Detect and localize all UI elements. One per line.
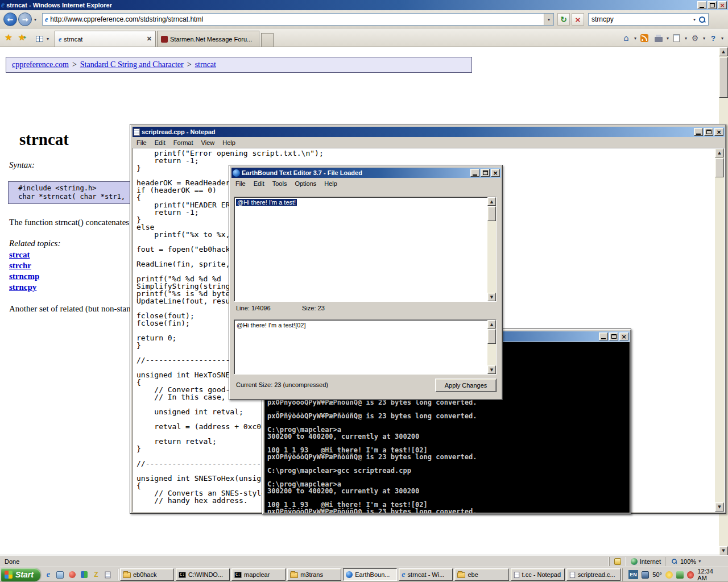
quicklaunch-media-icon[interactable]: [68, 570, 77, 579]
scrollbar-thumb[interactable]: [719, 57, 728, 98]
forward-button[interactable]: →: [18, 13, 32, 26]
taskbar-button-ebe[interactable]: ebe: [454, 568, 508, 581]
related-link-strchr[interactable]: strchr: [9, 261, 31, 271]
page-dropdown-icon[interactable]: ▾: [685, 36, 687, 41]
notepad-titlebar[interactable]: scriptread.cpp - Notepad ×: [133, 127, 725, 137]
breadcrumb-link-section[interactable]: Standard C String and Character: [80, 60, 184, 69]
tools-menu-button[interactable]: ⚙: [689, 32, 701, 44]
language-indicator[interactable]: EN: [628, 570, 639, 579]
menu-tools[interactable]: Tools: [268, 179, 291, 188]
zoom-dropdown-icon[interactable]: ▾: [698, 559, 701, 564]
scroll-up-icon[interactable]: ▲: [487, 197, 496, 206]
print-dropdown-icon[interactable]: ▾: [667, 36, 669, 41]
feeds-button[interactable]: [638, 32, 651, 44]
quicklaunch-desktop-icon[interactable]: [56, 570, 65, 579]
menu-help[interactable]: Help: [218, 138, 239, 147]
taskbar-button-ie-strncat[interactable]: e strncat - Wi...: [399, 568, 453, 581]
editor-preview-area[interactable]: @Hi there! I'm a test![02] ▲ ▼: [234, 319, 497, 375]
menu-edit[interactable]: Edit: [250, 179, 268, 188]
display-tray-icon[interactable]: [642, 571, 649, 579]
scroll-down-icon[interactable]: ▼: [719, 546, 728, 555]
scroll-down-icon[interactable]: ▼: [487, 293, 496, 301]
quicklaunch-zsnes-icon[interactable]: Z: [92, 570, 101, 579]
tab-strncat[interactable]: e strncat ✕: [55, 31, 156, 47]
ie-titlebar[interactable]: e strncat - Windows Internet Explorer ×: [0, 0, 728, 10]
related-link-strcat[interactable]: strcat: [9, 250, 30, 260]
scrollbar-thumb[interactable]: [715, 158, 724, 177]
close-button[interactable]: ×: [491, 169, 500, 177]
address-bar[interactable]: e http://www.cppreference.com/stdstring/…: [42, 13, 554, 26]
search-box[interactable]: strncpy ▾: [588, 13, 709, 26]
favorites-center-button[interactable]: ★: [2, 31, 15, 44]
quick-tabs-button[interactable]: [33, 32, 46, 45]
apply-changes-button[interactable]: Apply Changes: [435, 379, 497, 392]
menu-edit[interactable]: Edit: [151, 138, 169, 147]
page-menu-button[interactable]: [671, 32, 683, 44]
close-button[interactable]: ×: [718, 1, 727, 9]
maximize-button[interactable]: [708, 1, 717, 9]
close-button[interactable]: ×: [714, 128, 723, 136]
back-button[interactable]: ←: [3, 13, 17, 26]
menu-format[interactable]: Format: [169, 138, 197, 147]
quicklaunch-ie-icon[interactable]: e: [44, 570, 53, 579]
maximize-button[interactable]: [609, 332, 618, 340]
new-tab-stub[interactable]: [261, 33, 274, 47]
scroll-down-icon[interactable]: ▼: [715, 502, 724, 512]
antivirus-tray-icon[interactable]: [676, 571, 684, 579]
menu-file[interactable]: File: [231, 179, 250, 188]
breadcrumb-link-home[interactable]: cppreference.com: [12, 60, 69, 69]
breadcrumb-link-current[interactable]: strncat: [195, 60, 216, 69]
tab-close-icon[interactable]: ✕: [147, 35, 152, 43]
tools-dropdown-icon[interactable]: ▾: [703, 36, 705, 41]
taskbar-button-eb0hack[interactable]: eb0hack: [120, 568, 174, 581]
preview-scrollbar[interactable]: ▲ ▼: [487, 320, 496, 374]
menu-file[interactable]: File: [133, 138, 151, 147]
weather-tray-icon[interactable]: [665, 571, 673, 579]
taskbar-button-tcc-notepad[interactable]: t.cc - Notepad: [511, 568, 565, 581]
quicklaunch-editor-icon[interactable]: [104, 570, 113, 579]
zoom-pane[interactable]: 100% ▾: [665, 557, 728, 566]
editor-scrollbar[interactable]: ▲ ▼: [487, 197, 496, 301]
address-dropdown-button[interactable]: ▾: [544, 14, 553, 25]
editor-text-area[interactable]: @Hi there! I'm a test! ▲ ▼: [234, 197, 497, 302]
scrollbar-thumb[interactable]: [487, 206, 496, 221]
search-dropdown-icon[interactable]: ▾: [693, 17, 696, 22]
taskbar-button-mapclear[interactable]: C: mapclear: [231, 568, 286, 581]
minimize-button[interactable]: [599, 332, 608, 340]
history-dropdown-icon[interactable]: ▾: [34, 17, 36, 22]
scroll-up-icon[interactable]: ▲: [719, 47, 728, 56]
menu-view[interactable]: View: [197, 138, 219, 147]
tab-starmen[interactable]: Starmen.Net Message Foru...: [157, 31, 259, 47]
alert-tray-icon[interactable]: [687, 571, 694, 579]
notepad-scrollbar[interactable]: ▲ ▼: [715, 148, 724, 512]
stop-button[interactable]: ×: [572, 13, 584, 26]
help-dropdown-icon[interactable]: ▾: [721, 36, 723, 41]
minimize-button[interactable]: [470, 169, 479, 177]
start-button[interactable]: Start: [1, 568, 40, 581]
print-button[interactable]: [652, 32, 665, 44]
related-link-strncpy[interactable]: strncpy: [9, 282, 36, 292]
maximize-button[interactable]: [704, 128, 713, 136]
taskbar-button-earthbound-editor[interactable]: EarthBoun...: [343, 568, 397, 581]
home-button[interactable]: ⌂: [620, 32, 632, 44]
editor-titlebar[interactable]: EarthBound Text Editor 3.7 - File Loaded…: [231, 168, 501, 178]
menu-help[interactable]: Help: [320, 179, 341, 188]
close-button[interactable]: ×: [619, 332, 628, 340]
home-dropdown-icon[interactable]: ▾: [634, 36, 636, 41]
scrollbar-thumb[interactable]: [487, 329, 496, 344]
search-icon[interactable]: [698, 16, 706, 23]
taskbar-button-m3trans[interactable]: m3trans: [287, 568, 341, 581]
tab-list-dropdown-icon[interactable]: ▾: [47, 36, 49, 41]
add-favorite-button[interactable]: ★+: [16, 31, 28, 44]
minimize-button[interactable]: [697, 1, 706, 9]
menu-options[interactable]: Options: [291, 179, 320, 188]
minimize-button[interactable]: [694, 128, 703, 136]
scroll-down-icon[interactable]: ▼: [487, 365, 496, 374]
clock[interactable]: 12:34 AM: [697, 568, 723, 581]
maximize-button[interactable]: [481, 169, 490, 177]
taskbar-button-cmd[interactable]: C: C:\WINDO...: [176, 568, 230, 581]
related-link-strncmp[interactable]: strncmp: [9, 272, 39, 281]
quicklaunch-app-icon[interactable]: [80, 570, 89, 579]
help-button[interactable]: ?: [707, 32, 719, 44]
scroll-up-icon[interactable]: ▲: [715, 148, 724, 157]
